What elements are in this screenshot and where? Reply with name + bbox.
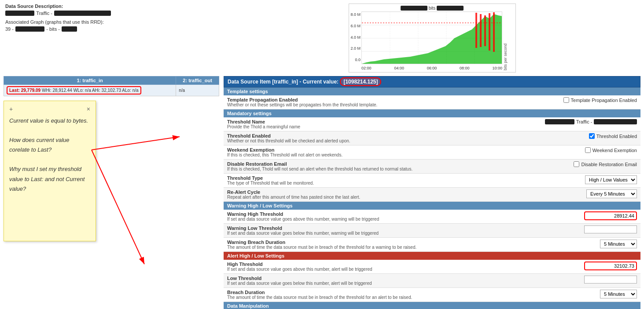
alert-section-header: Alert High / Low Settings [224, 252, 640, 260]
chart-svg-container: 02:00 04:00 06:00 08:00 10:00 [361, 11, 502, 70]
threshold-name-redacted2: ████████████ [594, 119, 637, 124]
weekend-exemption-checkbox-wrap: Weekend Exemption [498, 147, 637, 153]
template-propagation-checkbox[interactable] [563, 97, 569, 103]
warning-breach-desc: The amount of time the data source must … [227, 245, 491, 250]
warning-section-header: Warning High / Low Settings [224, 202, 640, 210]
redacted-2: ████████████████ [54, 11, 111, 16]
threshold-name-control-wrap: ████████ Traffic - ████████████ [498, 119, 637, 124]
svg-rect-12 [484, 15, 486, 46]
alo-value: ALo: n/a [122, 88, 138, 93]
disable-restoration-checkbox-wrap: Disable Restoration Email [498, 161, 637, 167]
graph-bits: - bits - [46, 26, 60, 32]
weekend-exemption-desc: If this is checked, this Threshold will … [227, 153, 491, 157]
warning-low-control-cell [495, 224, 640, 238]
threshold-enabled-desc: Whether or not this threshold will be ch… [227, 138, 491, 143]
x-10: 10:00 [492, 66, 502, 70]
last-value: Last: 29,779.09 [9, 88, 40, 93]
threshold-type-select[interactable]: High / Low Values Normal Baseline [585, 175, 637, 184]
warning-high-input[interactable] [584, 211, 637, 220]
warning-low-row: Warning Low Threshold If set and data so… [224, 224, 640, 238]
disable-restoration-checkbox[interactable] [574, 161, 579, 167]
threshold-type-desc-cell: Threshold Type The type of Threshold tha… [224, 174, 495, 188]
sticky-note-header: + × [9, 105, 90, 113]
redacted-3: ████████ [15, 26, 44, 32]
svg-rect-10 [475, 13, 477, 48]
threshold-enabled-title: Threshold Enabled [227, 133, 491, 138]
warning-breach-desc-cell: Warning Breach Duration The amount of ti… [224, 238, 495, 252]
current-value-circled: [1098214.125] [340, 77, 381, 86]
col1-stats: Last: 29,779.09 WHi: 28,912.44 WLo: n/a … [4, 85, 176, 96]
breach-duration-control-cell: 5 Minutes 10 Minutes 15 Minutes 30 Minut… [495, 288, 640, 302]
col2-header: 2: traffic_out [176, 76, 219, 85]
warning-low-desc: If set and data source value goes below … [227, 231, 491, 236]
chart-container: ████████ bits ████████ 8.0 M 6.0 M 4.0 M… [349, 4, 516, 73]
threshold-enabled-checkbox-wrap: Threshold Enabled [498, 133, 637, 139]
realert-cycle-row: Re-Alert Cycle Repeat alert after this a… [224, 188, 640, 202]
high-threshold-desc-cell: High Threshold If set and data source va… [224, 260, 495, 274]
graph-num: 39 - [5, 26, 14, 32]
assoc-graph-label: Associated Graph (graphs that use this R… [5, 19, 217, 25]
warning-low-title: Warning Low Threshold [227, 225, 491, 231]
chart-bits-label: bits [429, 6, 436, 11]
sticky-note-text: Current value is equal to bytes. How doe… [9, 116, 90, 194]
svg-rect-14 [493, 12, 495, 52]
sticky-note-plus-btn[interactable]: + [9, 105, 13, 113]
threshold-name-redacted: ████████ [545, 119, 574, 124]
disable-restoration-title: Disable Restoration Email [227, 161, 491, 167]
weekend-exemption-checkbox[interactable] [585, 147, 591, 153]
warning-low-desc-cell: Warning Low Threshold If set and data so… [224, 224, 495, 238]
left-panel: 1: traffic_in 2: traffic_out Last: 29,77… [4, 76, 219, 309]
low-threshold-desc-cell: Low Threshold If set and data source val… [224, 274, 495, 288]
warning-high-title: Warning High Threshold [227, 211, 491, 217]
low-threshold-control-cell [495, 274, 640, 288]
data-source-label: Data Source Description: [5, 4, 63, 9]
high-threshold-input[interactable] [584, 262, 637, 270]
disable-restoration-control-cell: Disable Restoration Email [495, 160, 640, 174]
data-source-desc: Data Source Description: [5, 4, 217, 9]
realert-cycle-control-cell: Every 5 Minutes Every 15 Minutes Every 3… [495, 188, 640, 202]
warning-breach-select[interactable]: 5 Minutes 10 Minutes 15 Minutes 30 Minut… [600, 240, 637, 248]
breach-duration-select[interactable]: 5 Minutes 10 Minutes 15 Minutes 30 Minut… [600, 290, 637, 298]
threshold-type-desc: The type of Threshold that will be monit… [227, 181, 491, 185]
template-section-header: Template settings [224, 87, 640, 95]
template-propagation-desc: Whether or not these settings will be pr… [227, 102, 491, 107]
top-left: Data Source Description: ████████ Traffi… [5, 4, 217, 73]
disable-restoration-desc: If this is checked, Thold will not send … [227, 167, 491, 171]
sticky-note-close-btn[interactable]: × [87, 105, 90, 113]
y-label-2m: 2.0 M [351, 46, 361, 51]
warning-breach-control-cell: 5 Minutes 10 Minutes 15 Minutes 30 Minut… [495, 238, 640, 252]
realert-cycle-desc: Repeat alert after this amount of time h… [227, 195, 491, 200]
col1-header: 1: traffic_in [4, 76, 176, 85]
low-threshold-input[interactable] [584, 276, 637, 284]
threshold-enabled-row: Threshold Enabled Whether or not this th… [224, 131, 640, 145]
threshold-enabled-checkbox[interactable] [589, 133, 595, 139]
breach-duration-title: Breach Duration [227, 290, 491, 295]
low-threshold-row: Low Threshold If set and data source val… [224, 274, 640, 288]
wlo-value: WLo: n/a [74, 88, 91, 93]
weekend-exemption-title: Weekend Exemption [227, 147, 491, 153]
warning-high-control-cell [495, 210, 640, 224]
template-propagation-row: Template Propagation Enabled Whether or … [224, 95, 640, 109]
realert-cycle-select[interactable]: Every 5 Minutes Every 15 Minutes Every 3… [586, 189, 637, 198]
ahi-value: AHi: 32,102.73 [92, 88, 121, 93]
threshold-type-control-cell: High / Low Values Normal Baseline [495, 174, 640, 188]
disable-restoration-desc-cell: Disable Restoration Email If this is che… [224, 160, 495, 174]
threshold-enabled-control-cell: Threshold Enabled [495, 131, 640, 145]
template-propagation-checkbox-wrap: Template Propagation Enabled [498, 97, 637, 103]
data-source-name-row: ████████ Traffic - ████████████████ [5, 11, 217, 16]
page-container: Data Source Description: ████████ Traffi… [0, 0, 644, 309]
x-06: 06:00 [427, 66, 437, 70]
warning-high-desc-cell: Warning High Threshold If set and data s… [224, 210, 495, 224]
warning-low-input[interactable] [584, 225, 637, 233]
y-label-0: 0.0 [355, 58, 361, 62]
template-propagation-control-cell: Template Propagation Enabled [495, 95, 640, 109]
disable-restoration-row: Disable Restoration Email If this is che… [224, 160, 640, 174]
warning-high-row: Warning High Threshold If set and data s… [224, 210, 640, 224]
high-threshold-title: High Threshold [227, 262, 491, 267]
settings-header: Data Source Item [traffic_in] - Current … [224, 76, 640, 87]
x-08: 08:00 [460, 66, 470, 70]
warning-high-desc: If set and data source value goes above … [227, 217, 491, 222]
svg-rect-13 [489, 13, 490, 51]
high-threshold-row: High Threshold If set and data source va… [224, 260, 640, 274]
threshold-name-desc-cell: Threshold Name Provide the Thold a meani… [224, 117, 495, 131]
